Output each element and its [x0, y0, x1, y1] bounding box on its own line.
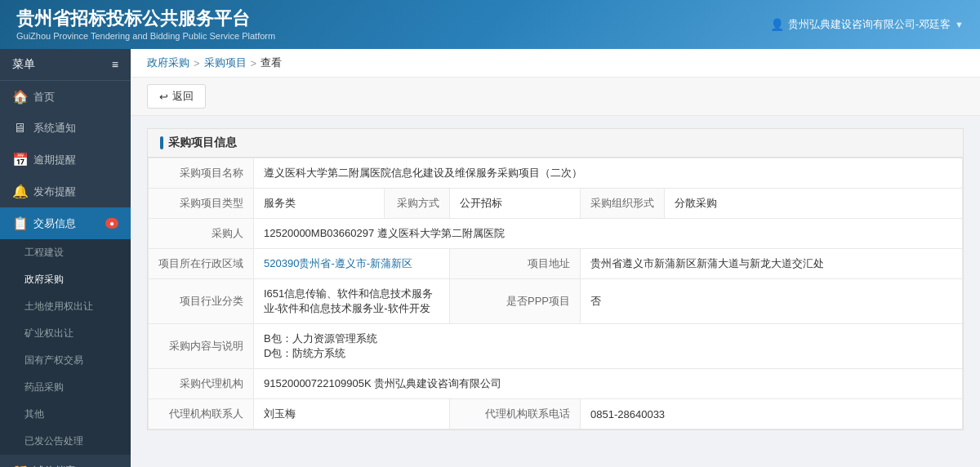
table-row: 采购项目名称 遵义医科大学第二附属医院信息化建设及维保服务采购项目（二次）: [149, 158, 963, 189]
form-label: 采购项目类型: [149, 189, 254, 219]
form-value-address: 贵州省遵义市新蒲新区新蒲大道与新龙大道交汇处: [581, 249, 963, 279]
header-user[interactable]: 贵州弘典建设咨询有限公司-邓廷客 ▼: [770, 17, 964, 32]
sidebar-item-land-use[interactable]: 土地使用权出让: [0, 293, 131, 320]
sidebar-sub-item-label: 政府采购: [24, 274, 64, 285]
monitor-icon: 🖥: [12, 121, 27, 136]
form-label: 采购内容与说明: [149, 324, 254, 369]
sidebar-item-engineering[interactable]: 工程建设: [0, 239, 131, 266]
sidebar-sub-item-label: 矿业权出让: [24, 327, 74, 339]
table-row: 项目行业分类 I651信息传输、软件和信息技术服务业-软件和信息技术服务业-软件…: [149, 279, 963, 324]
header-title-en: GuiZhou Province Tendering and Bidding P…: [16, 31, 275, 41]
sidebar-item-label: 发布提醒: [33, 185, 76, 199]
form-label: 项目所在行政区域: [149, 249, 254, 279]
sidebar-item-label: 首页: [33, 90, 55, 105]
table-row: 采购代理机构 91520000722109905K 贵州弘典建设咨询有限公司: [149, 369, 963, 399]
sidebar-sub-item-label: 国有产权交易: [24, 354, 83, 366]
sidebar-item-trade-info[interactable]: 📋 交易信息 ●: [0, 207, 131, 239]
form-label: 采购方式: [385, 189, 450, 219]
sidebar-item-label: 交易信息: [33, 216, 76, 231]
main-layout: 菜单 ≡ 🏠 首页 🖥 系统通知 📅 逾期提醒 🔔 发布提醒 📋 交易信息 ● …: [0, 49, 980, 467]
sidebar-sub-item-label: 药品采购: [24, 381, 64, 393]
sidebar-item-mining-rights[interactable]: 矿业权出让: [0, 320, 131, 347]
breadcrumb-purchase-project[interactable]: 采购项目: [204, 56, 247, 70]
header-title-area: 贵州省招标投标公共服务平台 GuiZhou Province Tendering…: [16, 8, 275, 41]
back-label: 返回: [172, 89, 194, 104]
form-label: 代理机构联系人: [149, 399, 254, 429]
bell-icon: 🔔: [12, 184, 27, 199]
back-button[interactable]: ↩ 返回: [147, 84, 206, 109]
table-row: 代理机构联系人 刘玉梅 代理机构联系电话 0851-28640033: [149, 399, 963, 429]
sidebar-item-label: 诚信档案: [33, 464, 76, 468]
form-value-content: B包：人力资源管理系统 D包：防统方系统: [254, 324, 963, 369]
form-table: 采购项目名称 遵义医科大学第二附属医院信息化建设及维保服务采购项目（二次） 采购…: [148, 158, 963, 429]
table-row: 项目所在行政区域 520390贵州省-遵义市-新蒲新区 项目地址 贵州省遵义市新…: [149, 249, 963, 279]
form-value-district: 520390贵州省-遵义市-新蒲新区: [254, 249, 450, 279]
calendar-icon: 📅: [12, 152, 27, 167]
form-label: 项目地址: [450, 249, 581, 279]
sidebar-item-label: 系统通知: [33, 121, 76, 136]
sidebar-menu-label: 菜单: [12, 57, 35, 72]
table-row: 采购内容与说明 B包：人力资源管理系统 D包：防统方系统: [149, 324, 963, 369]
form-label: 代理机构联系电话: [450, 399, 581, 429]
sidebar-menu-icon[interactable]: ≡: [112, 58, 118, 71]
table-row: 采购项目类型 服务类 采购方式 公开招标 采购组织形式 分散采购: [149, 189, 963, 219]
form-value-org: 分散采购: [665, 189, 963, 219]
form-label: 采购代理机构: [149, 369, 254, 399]
form-section-title: 采购项目信息: [148, 129, 963, 158]
form-value-type: 服务类: [254, 189, 385, 219]
clipboard-icon: 📋: [12, 216, 27, 231]
table-row: 采购人 12520000MB03660297 遵义医科大学第二附属医院: [149, 219, 963, 249]
form-value-method: 公开招标: [450, 189, 581, 219]
sidebar-item-published[interactable]: 已发公告处理: [0, 428, 131, 455]
section-title-text: 采购项目信息: [168, 136, 237, 150]
form-value-agency: 91520000722109905K 贵州弘典建设咨询有限公司: [254, 369, 963, 399]
form-value-contact: 刘玉梅: [254, 399, 450, 429]
sidebar-item-deadline-reminder[interactable]: 📅 逾期提醒: [0, 144, 131, 176]
sidebar-menu-header: 菜单 ≡: [0, 49, 131, 81]
sidebar-sub-item-label: 其他: [24, 408, 44, 420]
sidebar-sub-item-label: 已发公告处理: [24, 435, 83, 447]
breadcrumb: 政府采购 > 采购项目 > 查看: [131, 49, 980, 78]
form-value-phone: 0851-28640033: [581, 399, 963, 429]
form-value-buyer: 12520000MB03660297 遵义医科大学第二附属医院: [254, 219, 963, 249]
back-icon: ↩: [159, 91, 168, 103]
sidebar-sub-item-label: 工程建设: [24, 247, 64, 258]
form-value-ppp: 否: [581, 279, 963, 324]
folder-icon: 📁: [12, 463, 27, 467]
header-dropdown-arrow: ▼: [955, 20, 964, 29]
breadcrumb-gov-purchase[interactable]: 政府采购: [147, 56, 189, 70]
sidebar-item-system-notice[interactable]: 🖥 系统通知: [0, 113, 131, 144]
form-value-industry: I651信息传输、软件和信息技术服务业-软件和信息技术服务业-软件开发: [254, 279, 450, 324]
sidebar-item-state-assets[interactable]: 国有产权交易: [0, 347, 131, 374]
form-label: 采购项目名称: [149, 158, 254, 189]
form-section: 采购项目信息 采购项目名称 遵义医科大学第二附属医院信息化建设及维保服务采购项目…: [147, 128, 964, 430]
form-value-project-name: 遵义医科大学第二附属医院信息化建设及维保服务采购项目（二次）: [254, 158, 963, 189]
form-label: 是否PPP项目: [450, 279, 581, 324]
sidebar-item-label: 逾期提醒: [33, 153, 76, 167]
sidebar: 菜单 ≡ 🏠 首页 🖥 系统通知 📅 逾期提醒 🔔 发布提醒 📋 交易信息 ● …: [0, 49, 131, 467]
form-label: 项目行业分类: [149, 279, 254, 324]
form-content: 采购项目信息 采购项目名称 遵义医科大学第二附属医院信息化建设及维保服务采购项目…: [131, 116, 980, 467]
trade-info-badge: ●: [105, 218, 118, 229]
sidebar-sub-item-label: 土地使用权出让: [24, 300, 93, 312]
toolbar: ↩ 返回: [131, 78, 980, 116]
sidebar-item-drug-purchase[interactable]: 药品采购: [0, 374, 131, 401]
sidebar-sub-menu: 工程建设 政府采购 土地使用权出让 矿业权出让 国有产权交易 药品采购 其他 已…: [0, 239, 131, 455]
sidebar-item-publish-reminder[interactable]: 🔔 发布提醒: [0, 176, 131, 207]
breadcrumb-current: 查看: [261, 56, 282, 70]
header-title-cn: 贵州省招标投标公共服务平台: [16, 8, 275, 29]
sidebar-item-other[interactable]: 其他: [0, 401, 131, 428]
breadcrumb-sep-1: >: [194, 57, 200, 69]
content-area: 政府采购 > 采购项目 > 查看 ↩ 返回 采购项目信息 采购项目名称: [131, 49, 980, 467]
sidebar-item-integrity[interactable]: 📁 诚信档案 ▶: [0, 455, 131, 467]
header: 贵州省招标投标公共服务平台 GuiZhou Province Tendering…: [0, 0, 980, 49]
breadcrumb-sep-2: >: [251, 57, 257, 69]
form-label: 采购人: [149, 219, 254, 249]
form-label: 采购组织形式: [581, 189, 665, 219]
header-username: 贵州弘典建设咨询有限公司-邓廷客: [788, 17, 951, 32]
sidebar-item-home[interactable]: 🏠 首页: [0, 81, 131, 113]
sidebar-item-gov-purchase[interactable]: 政府采购: [0, 266, 131, 293]
home-icon: 🏠: [12, 89, 27, 105]
